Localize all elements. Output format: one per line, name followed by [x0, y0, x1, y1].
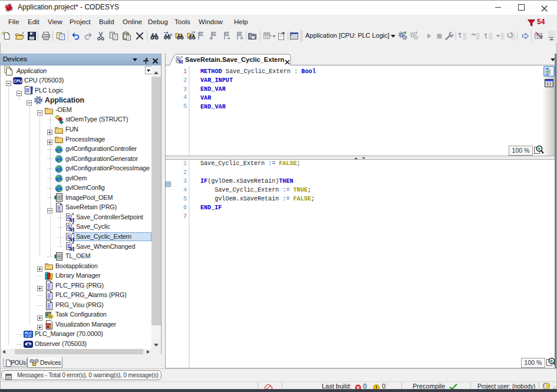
svg-text:M: M: [179, 60, 183, 64]
svg-text:M: M: [69, 236, 74, 242]
svg-text:B: B: [170, 33, 173, 37]
svg-text:M: M: [69, 216, 74, 222]
svg-text:PLC: PLC: [25, 331, 32, 335]
svg-text:M: M: [69, 246, 74, 252]
svg-text:M: M: [69, 226, 74, 232]
svg-text:CPU: CPU: [14, 79, 22, 83]
